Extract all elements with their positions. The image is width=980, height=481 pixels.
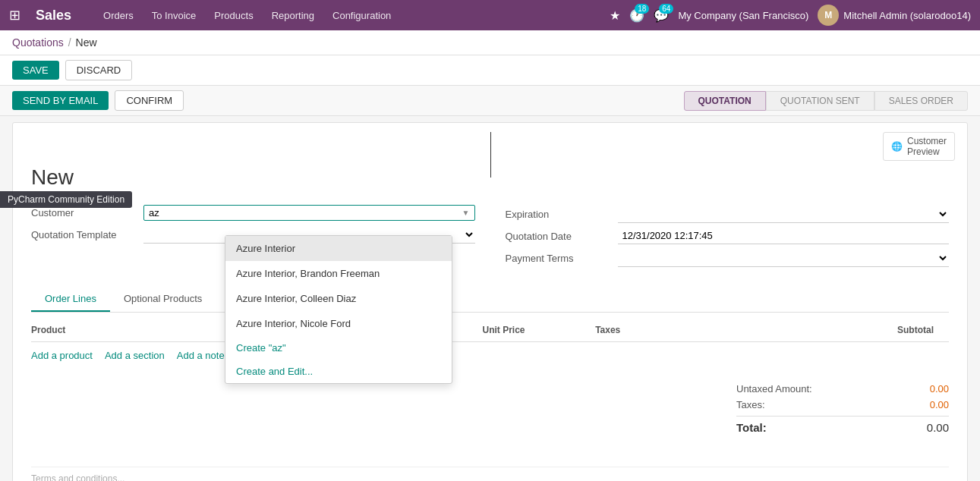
customer-preview-label: CustomerPreview xyxy=(907,136,947,157)
add-section-link[interactable]: Add a section xyxy=(105,350,165,361)
taxes-label: Taxes: xyxy=(736,399,765,410)
customer-input[interactable] xyxy=(149,207,462,218)
expiration-field-row: Expiration xyxy=(506,205,950,223)
table-header: Product Quantity Unit Price Taxes Subtot… xyxy=(31,319,949,342)
nav-orders[interactable]: Orders xyxy=(96,5,141,26)
clock-badge: 18 xyxy=(635,4,649,14)
col-taxes: Taxes xyxy=(595,325,821,335)
save-button[interactable]: SAVE xyxy=(12,61,59,80)
quotation-date-input[interactable] xyxy=(618,228,950,244)
breadcrumb-current: New xyxy=(76,36,97,49)
dropdown-option-1[interactable]: Azure Interior, Brandon Freeman xyxy=(225,261,452,286)
nav-products[interactable]: Products xyxy=(206,5,260,26)
dropdown-arrow-icon: ▼ xyxy=(462,209,470,217)
chat-icon[interactable]: 💬 64 xyxy=(654,8,669,23)
discard-button[interactable]: DISCARD xyxy=(65,60,133,80)
chat-badge: 64 xyxy=(659,4,673,14)
user-name: Mitchell Admin (solarodoo14) xyxy=(843,10,971,21)
customer-input-wrap[interactable]: ▼ xyxy=(143,205,475,221)
user-menu[interactable]: M Mitchell Admin (solarodoo14) xyxy=(818,5,971,26)
tab-optional-products[interactable]: Optional Products xyxy=(110,287,216,312)
totals-section: Untaxed Amount: 0.00 Taxes: 0.00 Total: … xyxy=(31,381,949,436)
action-bar-2: SEND BY EMAIL CONFIRM QUOTATION QUOTATIO… xyxy=(0,86,980,116)
top-navigation: ⊞ Sales Orders To Invoice Products Repor… xyxy=(0,0,980,30)
breadcrumb-parent[interactable]: Quotations xyxy=(12,36,64,49)
form-card: 🌐 CustomerPreview New Customer ▼ Quotati… xyxy=(12,122,968,481)
breadcrumb-separator: / xyxy=(68,36,71,49)
app-grid-icon[interactable]: ⊞ xyxy=(9,7,20,24)
customer-preview-button[interactable]: 🌐 CustomerPreview xyxy=(883,132,955,161)
avatar: M xyxy=(818,5,839,26)
payment-terms-select[interactable] xyxy=(618,249,950,267)
quotation-date-field-row: Quotation Date xyxy=(506,228,950,244)
col-actions xyxy=(934,325,949,335)
add-links: Add a product Add a section Add a note xyxy=(31,342,949,369)
col-subtotal: Subtotal xyxy=(821,325,934,335)
expiration-label: Expiration xyxy=(506,209,612,220)
total-value: 0.00 xyxy=(927,421,949,434)
taxes-value: 0.00 xyxy=(930,399,949,410)
add-product-link[interactable]: Add a product xyxy=(31,350,93,361)
clock-icon[interactable]: 🕐 18 xyxy=(629,8,644,23)
confirm-button[interactable]: CONFIRM xyxy=(115,90,184,111)
send-email-button[interactable]: SEND BY EMAIL xyxy=(12,91,109,110)
total-row: Total: 0.00 xyxy=(736,416,949,436)
create-and-edit-link[interactable]: Create and Edit... xyxy=(225,360,452,383)
untaxed-row: Untaxed Amount: 0.00 xyxy=(736,381,949,397)
quotation-template-label: Quotation Template xyxy=(31,229,137,240)
nav-menu: Orders To Invoice Products Reporting Con… xyxy=(96,5,399,26)
globe-icon: 🌐 xyxy=(891,141,903,152)
col-unit-price: Unit Price xyxy=(483,325,596,335)
totals-table: Untaxed Amount: 0.00 Taxes: 0.00 Total: … xyxy=(736,381,949,436)
nav-right: ★ 🕐 18 💬 64 My Company (San Francisco) M… xyxy=(610,5,971,26)
tabs-bar: Order Lines Optional Products xyxy=(31,287,949,313)
payment-terms-field-row: Payment Terms xyxy=(506,249,950,267)
expiration-select[interactable] xyxy=(618,205,950,223)
company-name: My Company (San Francisco) xyxy=(678,10,808,21)
status-quotation[interactable]: QUOTATION xyxy=(684,91,766,111)
vertical-divider xyxy=(490,132,491,178)
add-note-link[interactable]: Add a note xyxy=(177,350,225,361)
main-content: 🌐 CustomerPreview New Customer ▼ Quotati… xyxy=(0,122,980,481)
status-quotation-sent[interactable]: QUOTATION SENT xyxy=(766,91,874,111)
dropdown-option-3[interactable]: Azure Interior, Nicole Ford xyxy=(225,311,452,336)
star-icon[interactable]: ★ xyxy=(610,8,620,23)
dropdown-option-0[interactable]: Azure Interior xyxy=(225,236,452,261)
quotation-date-label: Quotation Date xyxy=(506,231,612,242)
status-bar: QUOTATION QUOTATION SENT SALES ORDER xyxy=(684,91,968,111)
form-fields-right: Expiration Quotation Date Payment Terms xyxy=(506,205,950,272)
breadcrumb: Quotations / New xyxy=(0,30,980,55)
nav-to-invoice[interactable]: To Invoice xyxy=(144,5,204,26)
untaxed-value: 0.00 xyxy=(930,383,949,395)
untaxed-label: Untaxed Amount: xyxy=(736,383,812,395)
dropdown-option-2[interactable]: Azure Interior, Colleen Diaz xyxy=(225,286,452,311)
customer-dropdown: Azure Interior Azure Interior, Brandon F… xyxy=(225,235,452,384)
action-bar-1: SAVE DISCARD xyxy=(0,55,980,86)
form-fields: Customer ▼ Quotation Template Expiration xyxy=(31,205,949,272)
nav-reporting[interactable]: Reporting xyxy=(264,5,322,26)
total-label: Total: xyxy=(736,421,767,434)
create-az-link[interactable]: Create "az" xyxy=(225,336,452,360)
customer-label: Customer xyxy=(31,207,137,218)
terms-area[interactable]: Terms and conditions... xyxy=(31,467,949,481)
pycharm-label: PyCharm Community Edition xyxy=(0,191,132,208)
tab-order-lines[interactable]: Order Lines xyxy=(31,287,110,312)
app-brand: Sales xyxy=(36,8,71,24)
status-sales-order[interactable]: SALES ORDER xyxy=(874,91,968,111)
nav-configuration[interactable]: Configuration xyxy=(325,5,399,26)
taxes-row: Taxes: 0.00 xyxy=(736,397,949,413)
payment-terms-label: Payment Terms xyxy=(506,253,612,264)
